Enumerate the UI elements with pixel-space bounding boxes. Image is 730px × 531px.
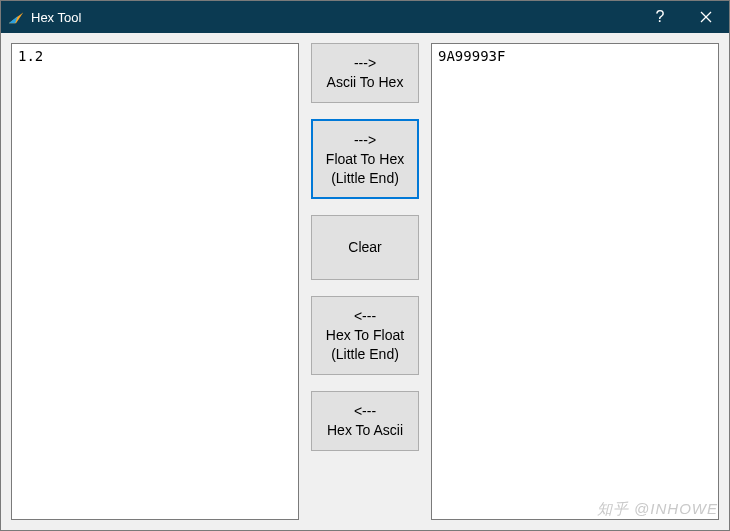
button-label: Hex To Float	[326, 326, 404, 345]
button-label: Clear	[348, 238, 381, 257]
output-textarea[interactable]: 9A99993F	[431, 43, 719, 520]
button-label: Hex To Ascii	[327, 421, 403, 440]
float-to-hex-button[interactable]: ---> Float To Hex (Little End)	[311, 119, 419, 200]
arrow-left-icon: <---	[354, 402, 376, 421]
button-sublabel: (Little End)	[331, 169, 399, 188]
input-textarea[interactable]: 1.2	[11, 43, 299, 520]
button-sublabel: (Little End)	[331, 345, 399, 364]
arrow-right-icon: --->	[354, 54, 376, 73]
hex-to-ascii-button[interactable]: <--- Hex To Ascii	[311, 391, 419, 451]
ascii-to-hex-button[interactable]: ---> Ascii To Hex	[311, 43, 419, 103]
arrow-right-icon: --->	[354, 131, 376, 150]
app-window: Hex Tool ? 1.2 ---> Ascii To Hex ---> Fl…	[0, 0, 730, 531]
main-body: 1.2 ---> Ascii To Hex ---> Float To Hex …	[1, 33, 729, 530]
button-column: ---> Ascii To Hex ---> Float To Hex (Lit…	[311, 43, 419, 520]
close-icon	[700, 11, 712, 23]
clear-button[interactable]: Clear	[311, 215, 419, 280]
titlebar: Hex Tool ?	[1, 1, 729, 33]
window-title: Hex Tool	[31, 10, 81, 25]
arrow-left-icon: <---	[354, 307, 376, 326]
hex-to-float-button[interactable]: <--- Hex To Float (Little End)	[311, 296, 419, 375]
button-label: Ascii To Hex	[327, 73, 404, 92]
help-button[interactable]: ?	[637, 1, 683, 33]
button-label: Float To Hex	[326, 150, 404, 169]
close-button[interactable]	[683, 1, 729, 33]
app-icon	[7, 8, 25, 26]
